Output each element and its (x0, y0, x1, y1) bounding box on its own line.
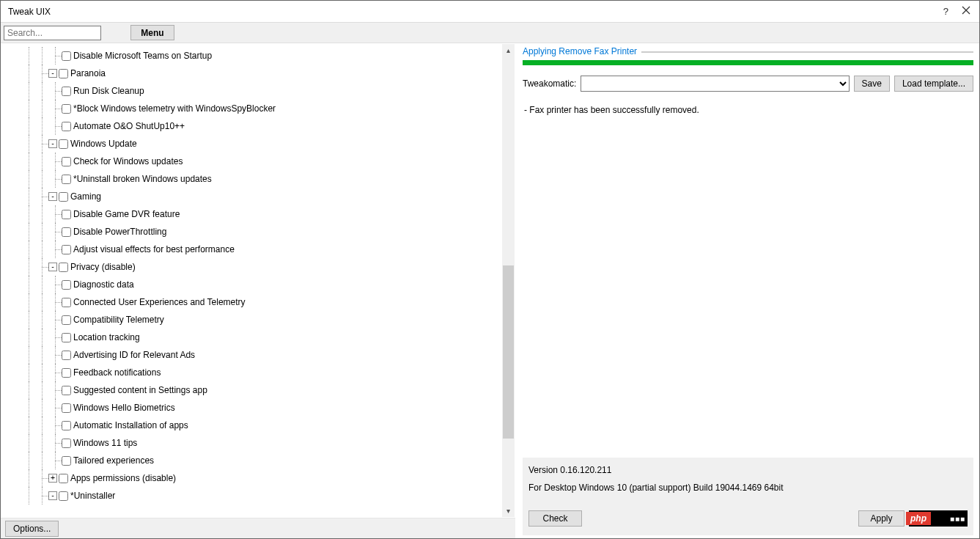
tree-label: Diagnostic data (73, 276, 134, 293)
tree-node[interactable]: Automatic Installation of apps (22, 417, 515, 434)
scroll-up-icon[interactable]: ▴ (502, 44, 515, 56)
expand-toggle[interactable]: - (48, 263, 57, 271)
expand-toggle[interactable]: - (48, 139, 57, 148)
tweakomatic-select[interactable] (581, 76, 849, 92)
tree-node[interactable]: Diagnostic data (22, 276, 515, 293)
tree-checkbox[interactable] (62, 403, 71, 413)
tree-node[interactable]: -Privacy (disable) (22, 258, 515, 276)
status-group: Applying Remove Fax Printer (523, 51, 973, 53)
tree-label: Paranoia (70, 65, 106, 82)
tree-checkbox[interactable] (62, 87, 71, 96)
expand-toggle[interactable]: + (48, 474, 57, 483)
title-bar: Tweak UIX ? (1, 1, 979, 23)
tree-checkbox[interactable] (62, 351, 71, 360)
tree-node[interactable]: -Windows Update (22, 135, 515, 153)
tree-node[interactable]: Advertising ID for Relevant Ads (22, 346, 515, 364)
expand-toggle[interactable]: - (48, 192, 57, 201)
apply-button[interactable]: Apply (858, 510, 905, 527)
tree-label: Disable Microsoft Teams on Startup (73, 47, 212, 65)
content-area: Disable Microsoft Teams on Startup-Paran… (1, 43, 979, 538)
tree-node[interactable]: Connected User Experiences and Telemetry (22, 293, 515, 311)
tree-label: Check for Windows updates (73, 153, 183, 170)
tree-label: Compatibility Telemetry (73, 311, 164, 329)
settings-tree[interactable]: Disable Microsoft Teams on Startup-Paran… (1, 44, 515, 517)
tree-label: *Uninstaller (70, 487, 115, 505)
tree-checkbox[interactable] (62, 439, 71, 448)
tree-checkbox[interactable] (62, 456, 71, 466)
status-box: Version 0.16.120.211 For Desktop Windows… (523, 458, 973, 535)
toolbar: Menu (1, 23, 979, 43)
tree-label: *Uninstall broken Windows updates (73, 170, 212, 188)
expand-toggle[interactable]: - (48, 69, 57, 78)
tree-node[interactable]: -Paranoia (22, 65, 515, 82)
tree-checkbox[interactable] (62, 51, 71, 61)
expand-toggle[interactable]: - (48, 491, 57, 500)
tree-node[interactable]: Check for Windows updates (22, 153, 515, 170)
tree-checkbox[interactable] (59, 139, 68, 149)
options-bar: Options... (1, 518, 515, 538)
tree-checkbox[interactable] (62, 227, 71, 237)
app-window: Tweak UIX ? Menu Disable Microsoft Teams… (0, 0, 980, 539)
tree-checkbox[interactable] (59, 491, 68, 501)
search-input[interactable] (4, 26, 101, 40)
load-template-button[interactable]: Load template... (894, 76, 973, 92)
tree-checkbox[interactable] (59, 474, 68, 483)
tree-checkbox[interactable] (59, 192, 68, 202)
tree-label: Windows Update (70, 135, 137, 153)
tree-node[interactable]: Windows Hello Biometrics (22, 399, 515, 417)
tree-node[interactable]: *Block Windows telemetry with WindowsSpy… (22, 100, 515, 117)
tree-checkbox[interactable] (59, 69, 68, 78)
tree-label: Automate O&O ShutUp10++ (73, 117, 185, 135)
tree-node[interactable]: Suggested content in Settings app (22, 381, 515, 399)
tree-node[interactable]: -Gaming (22, 188, 515, 205)
tree-checkbox[interactable] (62, 386, 71, 395)
tree-checkbox[interactable] (62, 157, 71, 166)
tree-node[interactable]: Run Disk Cleanup (22, 82, 515, 100)
tree-node[interactable]: -*Uninstaller (22, 487, 515, 505)
tree-node[interactable]: Disable Microsoft Teams on Startup (22, 47, 515, 65)
tree-label: Run Disk Cleanup (73, 82, 144, 100)
right-pane: Applying Remove Fax Printer Tweakomatic:… (515, 43, 979, 538)
tree-node[interactable]: Feedback notifications (22, 364, 515, 381)
tree-node[interactable]: Compatibility Telemetry (22, 311, 515, 329)
save-button[interactable]: Save (854, 76, 890, 92)
close-icon[interactable] (962, 6, 970, 17)
scroll-thumb[interactable] (503, 265, 514, 439)
tree-node[interactable]: Disable PowerThrottling (22, 223, 515, 241)
tree-node[interactable]: Location tracking (22, 329, 515, 346)
tree-node[interactable]: Disable Game DVR feature (22, 205, 515, 223)
log-line: - Fax printer has been successfully remo… (524, 105, 970, 115)
tree-node[interactable]: Automate O&O ShutUp10++ (22, 117, 515, 135)
window-title: Tweak UIX (5, 7, 943, 17)
log-output: - Fax printer has been successfully remo… (523, 92, 973, 458)
tree-checkbox[interactable] (62, 104, 71, 114)
tree-label: Tailored experiences (73, 452, 154, 469)
tweakomatic-row: Tweakomatic: Save Load template... (523, 76, 973, 92)
tree-scrollbar[interactable]: ▴ ▾ (502, 44, 515, 517)
tree-node[interactable]: +Apps permissions (disable) (22, 469, 515, 487)
tree-checkbox[interactable] (62, 315, 71, 325)
tree-checkbox[interactable] (62, 210, 71, 219)
tree-checkbox[interactable] (62, 333, 71, 342)
help-icon[interactable]: ? (943, 6, 948, 17)
options-button[interactable]: Options... (5, 521, 59, 537)
tree-checkbox[interactable] (59, 263, 68, 272)
tree-label: Suggested content in Settings app (73, 381, 207, 399)
tree-checkbox[interactable] (62, 298, 71, 307)
check-button[interactable]: Check (528, 510, 582, 527)
tree-checkbox[interactable] (62, 368, 71, 378)
tree-checkbox[interactable] (62, 122, 71, 131)
watermark-left: php (906, 512, 931, 525)
tree-node[interactable]: Windows 11 tips (22, 434, 515, 452)
tree-node[interactable]: *Uninstall broken Windows updates (22, 170, 515, 188)
scroll-down-icon[interactable]: ▾ (502, 505, 515, 517)
tree-checkbox[interactable] (62, 421, 71, 430)
tree-label: Feedback notifications (73, 364, 161, 381)
tree-checkbox[interactable] (62, 280, 71, 290)
tree-checkbox[interactable] (62, 245, 71, 254)
menu-button[interactable]: Menu (130, 25, 174, 40)
tree-checkbox[interactable] (62, 175, 71, 184)
group-title: Applying Remove Fax Printer (523, 46, 641, 56)
tree-node[interactable]: Adjust visual effects for best performan… (22, 241, 515, 258)
tree-node[interactable]: Tailored experiences (22, 452, 515, 469)
